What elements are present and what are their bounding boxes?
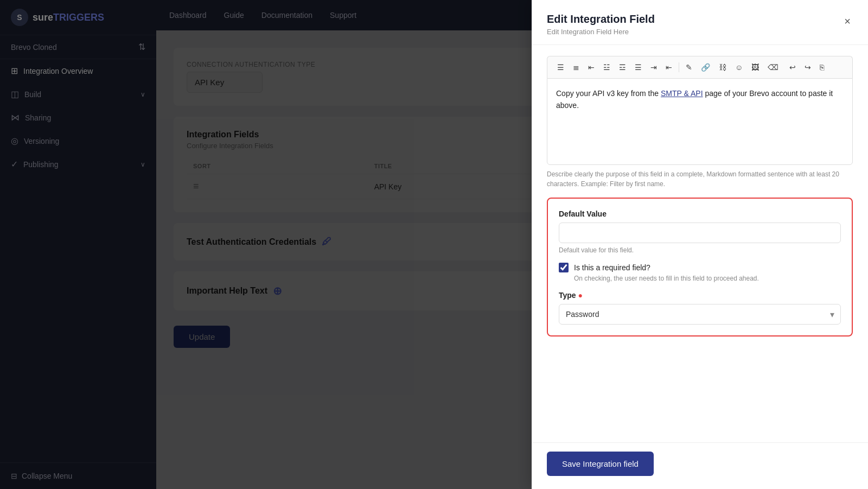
required-field-hint: On checking, the user needs to fill in t… — [574, 275, 841, 282]
required-star: ● — [578, 291, 583, 300]
toolbar-align-left-button[interactable]: ⇤ — [585, 61, 598, 74]
toolbar-separator-1 — [679, 62, 679, 72]
toolbar-copy-button[interactable]: ⎘ — [816, 61, 827, 74]
type-select-wrapper: Text Password Number Email URL ▾ — [559, 304, 841, 325]
toolbar-emoji-button[interactable]: ☺ — [732, 61, 746, 74]
toolbar-align-right-button[interactable]: ☲ — [616, 61, 629, 74]
modal-close-button[interactable]: × — [842, 13, 853, 30]
default-value-input[interactable] — [559, 223, 841, 243]
toolbar-align-center-button[interactable]: ☳ — [600, 61, 614, 74]
toolbar-unlink-button[interactable]: ⛓ — [716, 61, 730, 74]
required-field-checkbox[interactable] — [559, 263, 569, 272]
required-field-row: Is this a required field? — [559, 263, 841, 272]
toolbar-pen-button[interactable]: ✎ — [682, 61, 695, 74]
required-field-label: Is this a required field? — [574, 263, 650, 272]
editor-hint: Describe clearly the purpose of this fie… — [547, 169, 853, 189]
toolbar-eraser-button[interactable]: ⌫ — [764, 61, 782, 74]
editor-content-area[interactable]: Copy your API v3 key from the SMTP & API… — [547, 78, 853, 165]
modal-body: ☰ ≣ ⇤ ☳ ☲ ☰ ⇥ ⇤ ✎ 🔗 ⛓ ☺ 🖼 ⌫ ↩ ↪ ⎘ — [532, 45, 868, 442]
edit-integration-field-modal: Edit Integration Field Edit Integration … — [532, 0, 868, 489]
type-field-label: Type ● — [559, 291, 841, 300]
default-value-hint: Default value for this field. — [559, 246, 841, 254]
editor-text-prefix: Copy your API v3 key from the — [556, 89, 661, 98]
modal-header: Edit Integration Field Edit Integration … — [532, 0, 868, 45]
modal-header-text: Edit Integration Field Edit Integration … — [547, 13, 655, 36]
type-select[interactable]: Text Password Number Email URL — [559, 304, 841, 325]
toolbar-redo-button[interactable]: ↪ — [801, 61, 814, 74]
toolbar-ol-button[interactable]: ≣ — [570, 61, 583, 74]
modal-title: Edit Integration Field — [547, 13, 655, 26]
toolbar-justify-button[interactable]: ☰ — [631, 61, 645, 74]
toolbar-outdent-button[interactable]: ⇤ — [662, 61, 675, 74]
toolbar-ul-button[interactable]: ☰ — [554, 61, 567, 74]
modal-footer: Save Integration field — [532, 442, 868, 489]
default-value-label: Default Value — [559, 209, 841, 218]
toolbar-undo-button[interactable]: ↩ — [786, 61, 799, 74]
toolbar-image-button[interactable]: 🖼 — [748, 61, 762, 74]
editor-toolbar: ☰ ≣ ⇤ ☳ ☲ ☰ ⇥ ⇤ ✎ 🔗 ⛓ ☺ 🖼 ⌫ ↩ ↪ ⎘ — [547, 56, 853, 78]
modal-subtitle: Edit Integration Field Here — [547, 28, 655, 36]
toolbar-indent-button[interactable]: ⇥ — [647, 61, 660, 74]
save-integration-field-button[interactable]: Save Integration field — [547, 452, 654, 476]
toolbar-link-button[interactable]: 🔗 — [698, 61, 713, 74]
highlighted-section: Default Value Default value for this fie… — [547, 198, 853, 336]
modal-overlay: Edit Integration Field Edit Integration … — [0, 0, 868, 489]
editor-link[interactable]: SMTP & API — [661, 89, 703, 98]
